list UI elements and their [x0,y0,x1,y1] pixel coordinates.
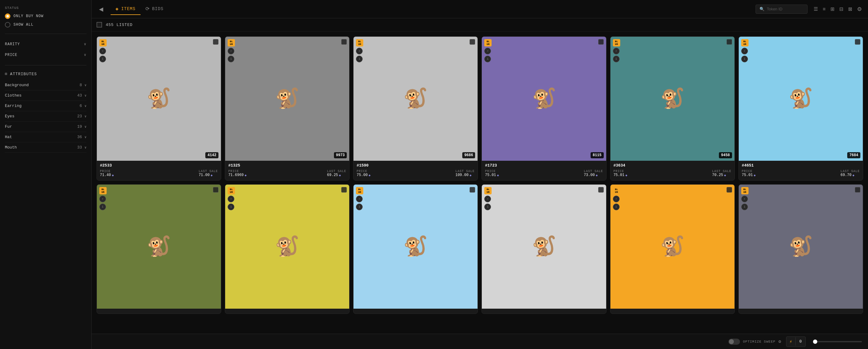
attributes-header: ⊞ ATTRIBUTES [5,71,87,77]
card-select-checkbox[interactable] [213,39,218,45]
price-value: 75.01 ◈ [742,173,756,177]
card-overlay-tr[interactable] [341,39,347,45]
card-select-checkbox[interactable] [855,187,860,193]
eth-icon-last: ◈ [470,173,472,177]
attr-row-background[interactable]: Background 8 ∨ [5,80,87,90]
card-overlay-tr[interactable] [855,39,860,45]
list-view-button[interactable]: ☰ [812,5,819,13]
nft-card[interactable]: BLUR ⚡ i 🐒 4142 #2533 PRICE 71.40 ◈ [97,36,221,181]
grid-small-view-button[interactable]: ⊞ [829,5,836,13]
nft-card[interactable]: BLUR ⚡ i 🐒 [353,184,478,314]
card-overlay-tr[interactable] [855,187,860,193]
attr-row-fur[interactable]: Fur 19 ∨ [5,122,87,132]
lightning-badge: ⚡ [356,196,363,202]
card-select-checkbox[interactable] [726,187,732,193]
search-input[interactable] [767,7,804,11]
card-select-checkbox[interactable] [855,39,860,45]
card-overlay-tr[interactable] [213,39,218,45]
sweep-settings-icon[interactable]: ⚙ [778,339,781,344]
card-overlay-tr[interactable] [726,39,732,45]
price-label: PRICE [100,170,114,173]
card-select-checkbox[interactable] [598,187,604,193]
listed-count: 455 LISTED [106,23,133,27]
card-overlay-tr[interactable] [470,187,475,193]
card-overlay-tr[interactable] [598,39,604,45]
blur-badge: BLUR [613,39,620,47]
attr-row-eyes[interactable]: Eyes 23 ∨ [5,111,87,122]
attr-row-earring[interactable]: Earring 6 ∨ [5,101,87,111]
lightning-badge: ⚡ [99,48,106,54]
lightning-badge: ⚡ [613,48,620,54]
nft-card[interactable]: BLUR ⚡ i 🐒 [97,184,221,314]
grid-medium-view-button[interactable]: ⊟ [838,5,844,13]
nft-card[interactable]: BLUR ⚡ i 🐒 [482,184,606,314]
show-all-radio[interactable] [5,22,10,28]
attr-row-hat[interactable]: Hat 36 ∨ [5,132,87,142]
card-info [611,309,735,314]
slider-thumb[interactable] [813,340,817,344]
card-overlay-tr[interactable] [213,187,218,193]
card-select-checkbox[interactable] [213,187,218,193]
nft-card[interactable]: BLUR ⚡ i 🐒 [225,184,349,314]
rank-badge: 9686 [462,152,475,158]
card-select-checkbox[interactable] [598,39,604,45]
card-overlay-tl: BLUR ⚡ i [741,187,748,210]
card-image: BLUR ⚡ i 🐒 [225,184,349,309]
nft-card[interactable]: BLUR ⚡ i 🐒 8115 #1723 PRICE 75.01 ◈ [482,36,606,181]
show-all-option[interactable]: SHOW ALL [5,22,87,28]
card-info: #4651 PRICE 75.01 ◈ LAST SALE 69.70 ◈ [739,161,863,180]
card-overlay-tl: BLUR ⚡ i [741,39,748,62]
token-id: #1723 [485,163,603,168]
only-buy-now-option[interactable]: ONLY BUY NOW [5,13,87,19]
card-select-checkbox[interactable] [470,187,475,193]
grid-large-view-button[interactable]: ⊠ [847,5,853,13]
price-value: 71.6969 ◈ [228,173,247,177]
nft-card[interactable]: BLUR ⚡ i 🐒 9973 #1325 PRICE 71.6969 ◈ [225,36,349,181]
card-overlay-tr[interactable] [470,39,475,45]
rarity-filter[interactable]: RARITY ∨ [5,39,87,50]
nft-card[interactable]: BLUR ⚡ i 🐒 9686 #1590 PRICE 75.00 ◈ [353,36,478,181]
sweep-slider[interactable] [813,341,862,342]
card-select-checkbox[interactable] [341,39,347,45]
card-overlay-tl: BLUR ⚡ i [228,187,235,210]
card-select-checkbox[interactable] [726,39,732,45]
last-sale-value: 109.00 ◈ [455,173,474,177]
collapse-sidebar-button[interactable]: ◀ [97,5,106,14]
divider-1 [5,34,87,34]
card-select-checkbox[interactable] [470,39,475,45]
price-filter[interactable]: PRICE ∨ [5,50,87,60]
blur-badge: BLUR [99,187,106,194]
nft-card[interactable]: BLUR ⚡ i 🐒 9458 #3634 PRICE 75.01 ◈ [610,36,735,181]
attr-count: 23 [77,114,82,119]
card-image: BLUR ⚡ i 🐒 9686 [353,37,477,161]
card-overlay-tr[interactable] [598,187,604,193]
nft-card[interactable]: BLUR ⚡ i 🐒 [739,184,863,314]
last-sale-label: LAST SALE [327,170,346,173]
card-overlay-tr[interactable] [726,187,732,193]
nft-card[interactable]: BLUR ⚡ i 🐒 7684 #4651 PRICE 75.01 ◈ [739,36,863,181]
attr-name: Fur [5,124,12,129]
slider-track [813,341,862,342]
settings-button[interactable]: ⚙ [856,5,863,14]
only-buy-now-radio[interactable] [5,13,10,19]
attr-row-clothes[interactable]: Clothes 43 ∨ [5,90,87,101]
attr-count: 6 [80,104,82,108]
tab-items[interactable]: ◈ ITEMS [111,3,141,15]
tab-bids[interactable]: ⟳ BIDS [141,3,169,15]
rank-badge: 7684 [847,152,860,158]
optimize-sweep-switch[interactable] [728,339,740,345]
select-all-checkbox[interactable] [97,22,102,28]
attr-chevron-icon: ∨ [84,93,87,97]
attr-right: 23 ∨ [77,114,87,119]
card-info [739,309,863,314]
card-overlay-tl: BLUR ⚡ i [484,39,492,62]
card-select-checkbox[interactable] [341,187,347,193]
last-sale-value: 69.25 ◈ [327,173,346,177]
search-box[interactable]: 🔍 [755,5,807,14]
nft-card[interactable]: BLUR ⚡ i 🐒 [610,184,735,314]
card-image: BLUR ⚡ i 🐒 8115 [482,37,606,161]
card-overlay-tr[interactable] [341,187,347,193]
compact-list-view-button[interactable]: ≡ [822,5,827,13]
attr-row-mouth[interactable]: Mouth 33 ∨ [5,142,87,153]
blur-badge: BLUR [356,39,363,47]
